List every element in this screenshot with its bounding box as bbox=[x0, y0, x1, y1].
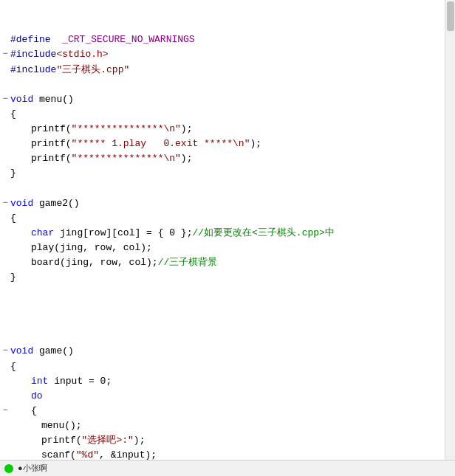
code-line-14: play(jing, row, col); bbox=[0, 241, 455, 255]
code-line-26: menu(); bbox=[0, 418, 455, 433]
code-line-22: { bbox=[0, 359, 455, 374]
code-line-19 bbox=[0, 314, 455, 329]
code-line-7: printf("***** 1.play 0.exit *****\n"); bbox=[0, 137, 455, 151]
gutter-4: − bbox=[0, 92, 10, 106]
editor-container: #define _CRT_SECURE_NO_WARNINGS−#include… bbox=[0, 0, 455, 476]
code-line-4: −void menu() bbox=[0, 92, 455, 107]
code-text-15: board(jing, row, col);//三子棋背景 bbox=[10, 255, 455, 270]
bottom-bar: ●小张啊 bbox=[0, 460, 455, 476]
code-line-25: −{ bbox=[0, 404, 455, 418]
code-text-26: menu(); bbox=[10, 418, 455, 433]
code-area: #define _CRT_SECURE_NO_WARNINGS−#include… bbox=[0, 0, 455, 476]
code-line-2: #include"三子棋头.cpp" bbox=[0, 63, 455, 77]
code-text-8: printf("***************\n"); bbox=[10, 151, 455, 166]
code-line-12: { bbox=[0, 211, 455, 226]
code-text-5: { bbox=[10, 107, 455, 122]
status-text: ●小张啊 bbox=[18, 463, 47, 474]
code-line-13: char jing[row][col] = { 0 };//如要更改在<三子棋头… bbox=[0, 226, 455, 241]
code-text-14: play(jing, row, col); bbox=[10, 241, 455, 255]
scrollbar-thumb[interactable] bbox=[447, 1, 454, 31]
code-line-5: { bbox=[0, 107, 455, 122]
code-text-13: char jing[row][col] = { 0 };//如要更改在<三子棋头… bbox=[10, 226, 455, 241]
code-text-1: #include<stdio.h> bbox=[10, 47, 455, 62]
status-dot bbox=[4, 464, 13, 473]
code-text-2: #include"三子棋头.cpp" bbox=[10, 63, 455, 77]
code-line-27: printf("选择吧>:"); bbox=[0, 433, 455, 448]
code-text-6: printf("***************\n"); bbox=[10, 122, 455, 137]
code-text-11: void game2() bbox=[10, 196, 455, 211]
code-line-24: do bbox=[0, 389, 455, 404]
code-line-8: printf("***************\n"); bbox=[0, 151, 455, 166]
gutter-21: − bbox=[0, 344, 10, 358]
code-text-7: printf("***** 1.play 0.exit *****\n"); bbox=[10, 137, 455, 151]
code-line-18 bbox=[0, 300, 455, 314]
code-text-25: { bbox=[10, 404, 455, 418]
code-line-1: −#include<stdio.h> bbox=[0, 47, 455, 62]
code-text-22: { bbox=[10, 359, 455, 374]
code-line-17 bbox=[0, 285, 455, 300]
code-text-27: printf("选择吧>:"); bbox=[10, 433, 455, 448]
code-line-10 bbox=[0, 182, 455, 196]
code-line-3 bbox=[0, 77, 455, 92]
code-text-12: { bbox=[10, 211, 455, 226]
code-text-0: #define _CRT_SECURE_NO_WARNINGS bbox=[10, 32, 455, 47]
scrollbar[interactable] bbox=[445, 0, 455, 460]
code-line-23: int input = 0; bbox=[0, 374, 455, 389]
gutter-11: − bbox=[0, 196, 10, 210]
code-line-6: printf("***************\n"); bbox=[0, 122, 455, 137]
code-text-16: } bbox=[10, 270, 455, 285]
code-line-20 bbox=[0, 329, 455, 344]
gutter-25: − bbox=[0, 404, 10, 418]
code-line-9: } bbox=[0, 166, 455, 181]
code-line-0: #define _CRT_SECURE_NO_WARNINGS bbox=[0, 32, 455, 47]
code-text-21: void game() bbox=[10, 344, 455, 359]
code-text-24: do bbox=[10, 389, 455, 404]
code-line-21: −void game() bbox=[0, 344, 455, 359]
code-line-16: } bbox=[0, 270, 455, 285]
gutter-1: − bbox=[0, 47, 10, 61]
code-line-15: board(jing, row, col);//三子棋背景 bbox=[0, 255, 455, 270]
code-text-9: } bbox=[10, 166, 455, 181]
code-text-23: int input = 0; bbox=[10, 374, 455, 389]
code-line-11: −void game2() bbox=[0, 196, 455, 211]
code-text-4: void menu() bbox=[10, 92, 455, 107]
